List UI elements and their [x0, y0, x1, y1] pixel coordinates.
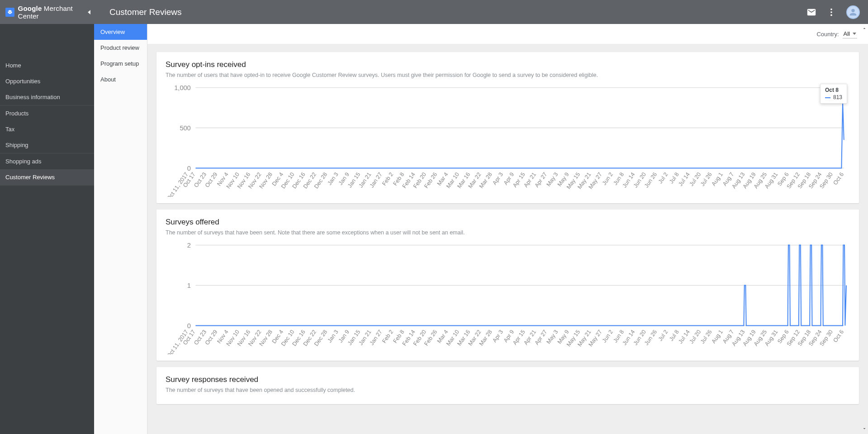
svg-text:Jun 2: Jun 2 — [601, 329, 614, 344]
svg-point-2 — [830, 14, 832, 16]
svg-text:Jan 3: Jan 3 — [327, 329, 340, 344]
collapse-sidebar-caret-icon[interactable] — [88, 10, 90, 14]
tooltip-value: 813 — [825, 94, 842, 100]
card-title: Survey responses received — [166, 375, 850, 384]
card-desc: The number of surveys that have been sen… — [166, 229, 850, 236]
svg-point-0 — [830, 8, 832, 10]
sidebar-item-shopping-ads[interactable]: Shopping ads — [0, 153, 94, 169]
more-vert-icon[interactable] — [826, 7, 836, 17]
svg-text:1,000: 1,000 — [174, 84, 190, 91]
svg-text:2: 2 — [187, 242, 191, 249]
country-label: Country: — [816, 31, 839, 38]
svg-text:Feb 2: Feb 2 — [381, 171, 394, 186]
mail-icon[interactable] — [806, 7, 816, 17]
tooltip-date: Oct 8 — [825, 87, 842, 93]
card-desc: The number of surveys that have been ope… — [166, 387, 850, 393]
svg-text:Oct 6: Oct 6 — [832, 171, 845, 186]
card-desc: The number of users that have opted-in t… — [166, 72, 850, 78]
page-title: Customer Reviews — [94, 7, 806, 17]
sidebar-item-shipping[interactable]: Shipping — [0, 137, 94, 153]
chart-optins: 05001,000Oct 11, 2017Oct 17Oct 23Oct 29N… — [166, 83, 850, 197]
svg-text:Aug 1: Aug 1 — [711, 171, 724, 187]
svg-text:Jul 2: Jul 2 — [657, 171, 669, 185]
country-value: All — [844, 30, 850, 37]
tab-product-review[interactable]: Product review — [94, 40, 147, 56]
sidebar-item-products[interactable]: Products — [0, 105, 94, 121]
svg-text:Jan 3: Jan 3 — [327, 171, 340, 186]
main-content: Country: All Survey opt-ins received The… — [147, 24, 868, 434]
scroll-down-icon[interactable] — [862, 425, 867, 433]
sidebar-item-tax[interactable]: Tax — [0, 121, 94, 137]
svg-text:Jul 2: Jul 2 — [657, 329, 669, 343]
app-header: Google Merchant Center Customer Reviews — [0, 0, 868, 24]
card-responses: Survey responses received The number of … — [157, 367, 859, 404]
dropdown-caret-icon — [853, 33, 856, 35]
svg-text:Apr 3: Apr 3 — [491, 329, 504, 344]
primary-sidebar: HomeOpportunitiesBusiness informationPro… — [0, 24, 94, 434]
svg-text:Jul 26: Jul 26 — [699, 171, 713, 187]
card-title: Survey opt-ins received — [166, 60, 850, 69]
country-select[interactable]: All — [843, 29, 857, 38]
tab-about[interactable]: About — [94, 72, 147, 87]
chart-offered: 012Oct 11, 2017Oct 17Oct 23Oct 29Nov 4No… — [166, 240, 850, 354]
tab-overview[interactable]: Overview — [94, 24, 147, 40]
sidebar-item-customer-reviews[interactable]: Customer Reviews — [0, 169, 94, 185]
card-offered: Surveys offered The number of surveys th… — [157, 210, 859, 361]
brand-block: Google Merchant Center — [0, 0, 94, 24]
tab-program-setup[interactable]: Program setup — [94, 56, 147, 72]
chart-tooltip: Oct 8 813 — [820, 84, 847, 104]
svg-text:500: 500 — [180, 124, 190, 132]
merchant-center-logo-icon — [5, 8, 14, 17]
svg-text:Apr 3: Apr 3 — [491, 171, 504, 186]
svg-text:Jul 26: Jul 26 — [699, 329, 713, 345]
svg-text:Feb 2: Feb 2 — [381, 329, 394, 344]
sidebar-item-business-information[interactable]: Business information — [0, 89, 94, 105]
sidebar-item-opportunities[interactable]: Opportunities — [0, 73, 94, 89]
filter-toolbar: Country: All — [147, 24, 868, 44]
svg-text:0: 0 — [187, 165, 191, 172]
svg-text:Jun 2: Jun 2 — [601, 171, 614, 186]
header-actions — [806, 5, 868, 19]
secondary-subnav: OverviewProduct reviewProgram setupAbout — [94, 24, 147, 434]
scroll-up-icon[interactable] — [862, 25, 867, 33]
svg-text:Oct 6: Oct 6 — [832, 329, 845, 344]
svg-text:Aug 1: Aug 1 — [711, 329, 724, 345]
svg-text:1: 1 — [187, 282, 191, 289]
card-optins: Survey opt-ins received The number of us… — [157, 52, 859, 203]
card-title: Surveys offered — [166, 218, 850, 227]
svg-point-1 — [830, 11, 832, 13]
svg-text:0: 0 — [187, 322, 191, 329]
sidebar-item-home[interactable]: Home — [0, 57, 94, 73]
brand-text: Google Merchant Center — [18, 5, 94, 20]
avatar[interactable] — [846, 5, 860, 19]
